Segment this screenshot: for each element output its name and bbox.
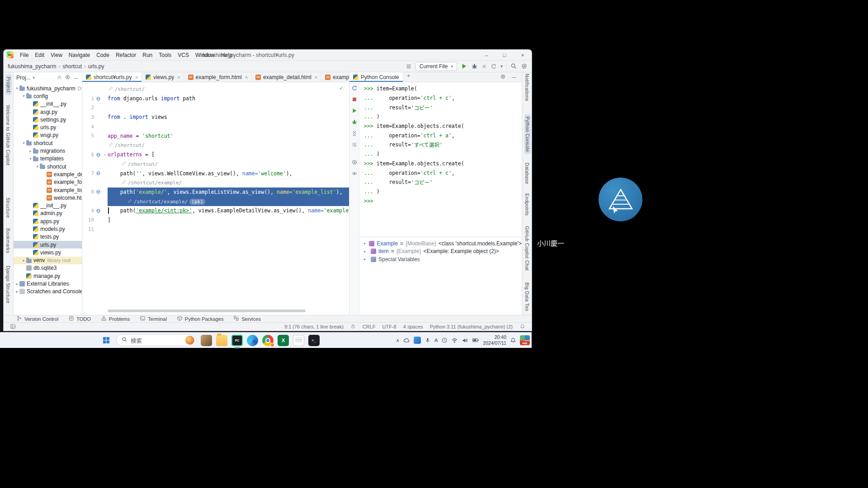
editor-inlay-line[interactable]: /shortcut/example/ — [82, 178, 349, 188]
menu-run[interactable]: Run — [139, 51, 156, 60]
editor-line[interactable]: 10] — [82, 216, 349, 225]
ime-indicator[interactable]: A — [434, 338, 438, 343]
project-tree-item[interactable]: wsgi.py — [14, 131, 82, 139]
project-tree-item[interactable]: ▸Scratches and Consoles — [14, 288, 82, 296]
taskbar-search-box[interactable]: 検索 — [116, 334, 197, 346]
search-everywhere-icon[interactable] — [510, 63, 517, 70]
eye-icon[interactable] — [351, 170, 358, 178]
caret-position-widget[interactable]: 9:1 (76 chars, 1 line break) — [284, 324, 344, 329]
gear-icon[interactable] — [351, 159, 358, 167]
menu-vcs[interactable]: VCS — [175, 51, 192, 60]
run-icon[interactable] — [461, 63, 467, 70]
tool-stripe-project[interactable]: Project — [5, 75, 12, 95]
project-tree-item[interactable]: settings.py — [14, 116, 82, 123]
variable-row[interactable]: ▸item = {Example} <Example: Example obje… — [359, 248, 522, 256]
editor-line[interactable]: 2 — [82, 103, 349, 113]
taskbar-app-notepad[interactable] — [293, 335, 304, 346]
menu-code[interactable]: Code — [93, 51, 113, 60]
taskbar-app-photos[interactable] — [201, 335, 212, 346]
tray-chevron-up-icon[interactable]: ∧ — [396, 338, 400, 343]
project-tree-item[interactable]: ▾fukushima_pycharmD:¥pro — [14, 84, 82, 92]
variable-row[interactable]: ▸Example = {ModelBase} <class 'shortcut.… — [359, 239, 522, 248]
menu-refactor[interactable]: Refactor — [113, 51, 139, 60]
django-url-gutter-icon[interactable] — [94, 189, 102, 194]
wifi-icon[interactable] — [451, 337, 458, 344]
line-ending-widget[interactable]: CRLF — [363, 324, 376, 329]
django-url-gutter-icon[interactable] — [94, 171, 102, 176]
editor-line[interactable]: 4 — [82, 122, 349, 131]
menu-navigate[interactable]: Navigate — [66, 51, 93, 60]
inspections-ok-icon[interactable]: ✓ — [339, 85, 344, 91]
close-tab-icon[interactable]: × — [135, 75, 138, 80]
battery-icon[interactable] — [472, 337, 479, 344]
menu-edit[interactable]: Edit — [32, 51, 47, 60]
project-tree-item[interactable]: __init__.py — [14, 100, 82, 108]
editor-line[interactable]: 11 — [82, 225, 349, 234]
scrollend-icon[interactable] — [351, 130, 358, 138]
project-tree-item[interactable]: manage.py — [14, 272, 82, 280]
close-tab-icon[interactable]: × — [315, 75, 317, 80]
restart-icon[interactable] — [351, 85, 358, 93]
project-tree-item[interactable]: asgi.py — [14, 108, 82, 116]
clock-icon[interactable] — [441, 337, 448, 343]
tool-stripe-bookmarks[interactable]: Bookmarks — [5, 228, 11, 253]
horizontal-scrollbar[interactable] — [108, 310, 306, 312]
project-tree-item[interactable]: apps.py — [14, 217, 82, 225]
run-widget-icon[interactable] — [406, 63, 412, 70]
toolwindow-version-control[interactable]: Version Control — [16, 315, 58, 322]
play-icon[interactable] — [351, 108, 358, 115]
editor-line[interactable]: 3from . import views — [82, 113, 349, 122]
microphone-icon[interactable] — [425, 337, 431, 343]
project-tree-item[interactable]: example_form — [14, 178, 82, 186]
readonly-lock-icon[interactable] — [350, 324, 356, 330]
toolwindow-problems[interactable]: Problems — [101, 315, 130, 322]
taskbar-app-terminal[interactable]: >_ — [308, 335, 320, 346]
project-tree-item[interactable]: ▸venvlibrary root — [14, 257, 82, 264]
project-tree-item[interactable]: urls.py — [14, 123, 82, 131]
editor-line[interactable]: 7 path('', views.WellComeView.as_view(),… — [82, 169, 349, 178]
code-editor[interactable]: /shortcut/1from django.urls import path2… — [82, 83, 349, 309]
tool-stripe-structure[interactable]: Structure — [5, 197, 11, 218]
project-tree-item[interactable]: urls.py — [14, 241, 82, 249]
editor-line[interactable]: 9 path('example/<int:pk>', views.Example… — [82, 206, 349, 216]
django-url-gutter-icon[interactable] — [94, 208, 102, 213]
editor-tab[interactable]: views.py× — [142, 72, 184, 82]
start-button[interactable] — [100, 334, 112, 346]
toolwindow-layout-icon[interactable] — [10, 324, 16, 330]
project-tree-item[interactable]: __init__.py — [14, 202, 82, 209]
taskbar-app-explorer[interactable] — [216, 335, 227, 346]
debug-icon[interactable] — [471, 63, 478, 70]
search-highlight-image[interactable] — [185, 336, 194, 345]
variable-row[interactable]: ▸Special Variables — [359, 255, 522, 263]
editor-inlay-line[interactable]: /shortcut/ — [82, 160, 349, 169]
tool-stripe-django-structure[interactable]: Django Structure — [5, 266, 11, 304]
toolwindow-python-packages[interactable]: Python Packages — [177, 315, 224, 322]
taskbar-app-pycharm[interactable]: PC — [231, 335, 243, 346]
tool-stripe-endpoints[interactable]: Endpoints — [524, 193, 530, 216]
project-tree-item[interactable]: views.py — [14, 249, 82, 256]
menu-tools[interactable]: Tools — [156, 51, 175, 60]
taskbar-app-edge[interactable] — [247, 335, 258, 346]
editor-line[interactable]: 5app_name = 'shortcut' — [82, 131, 349, 141]
project-tree-item[interactable]: ▸migrations — [14, 147, 82, 155]
breadcrumb-item[interactable]: shortcut — [62, 63, 82, 70]
indent-widget[interactable]: 4 spaces — [403, 324, 423, 329]
editor-line[interactable]: 6▾urlpatterns = [ — [82, 150, 349, 160]
run-config-selector[interactable]: Current File ▾ — [415, 62, 457, 71]
editor-tab[interactable]: example_form.html× — [184, 72, 252, 82]
toolwindow-terminal[interactable]: Terminal — [140, 315, 167, 322]
close-icon[interactable]: × — [514, 50, 532, 60]
taskbar-app-pre[interactable]: PRE — [520, 335, 530, 345]
notifications-bell-icon[interactable] — [519, 324, 525, 330]
editor-tab[interactable]: example_detail.html× — [252, 72, 321, 82]
project-tree-item[interactable]: ▾shortcut — [14, 139, 82, 147]
speaker-icon[interactable] — [462, 337, 468, 344]
maximize-icon[interactable]: □ — [495, 50, 514, 60]
toolwindow-todo[interactable]: TODO — [68, 315, 91, 322]
project-panel-title[interactable]: Proj... — [16, 75, 30, 81]
settings-icon[interactable] — [521, 63, 528, 70]
more-run-actions-icon[interactable]: ▾ — [500, 64, 503, 69]
toolwindow-services[interactable]: Services — [233, 315, 260, 322]
close-tab-icon[interactable]: × — [177, 75, 180, 80]
onedrive-icon[interactable] — [403, 337, 410, 344]
